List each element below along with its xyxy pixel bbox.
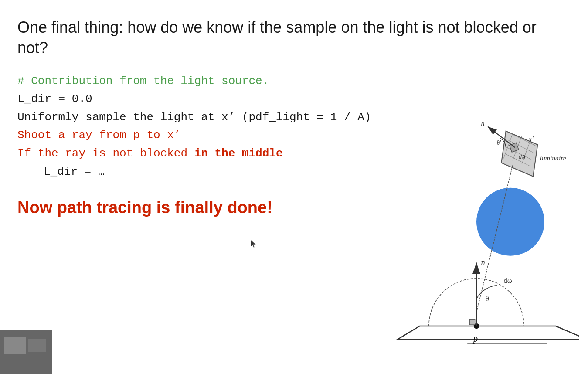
svg-marker-17 — [397, 326, 579, 340]
svg-text:dA: dA — [519, 153, 526, 160]
diagram-svg: dA x’ n’ θ’ luminaire p n — [396, 122, 579, 349]
sphere — [476, 188, 544, 256]
code-line1: L_dir = 0.0 — [17, 90, 566, 109]
question-heading: One final thing: how do we know if the s… — [17, 17, 566, 58]
diagram-container: dA x’ n’ θ’ luminaire p n — [396, 122, 579, 349]
svg-marker-0 — [251, 240, 256, 248]
code-line4-prefix: If the ray is not blocked — [17, 147, 194, 160]
thumbnail — [0, 330, 52, 374]
code-line4-bold: in the middle — [194, 147, 283, 160]
code-comment: # Contribution from the light source. — [17, 72, 566, 91]
svg-text:n: n — [481, 258, 485, 267]
svg-rect-30 — [28, 339, 46, 352]
svg-text:θ: θ — [486, 295, 489, 303]
svg-text:n’: n’ — [481, 122, 487, 127]
svg-text:dω: dω — [503, 276, 512, 285]
svg-rect-29 — [4, 337, 26, 354]
svg-text:θ’: θ’ — [497, 139, 502, 146]
svg-text:x’: x’ — [528, 135, 534, 143]
svg-text:luminaire: luminaire — [540, 154, 566, 162]
svg-text:p: p — [472, 333, 478, 344]
svg-rect-25 — [469, 319, 475, 324]
cursor-icon — [251, 240, 256, 248]
